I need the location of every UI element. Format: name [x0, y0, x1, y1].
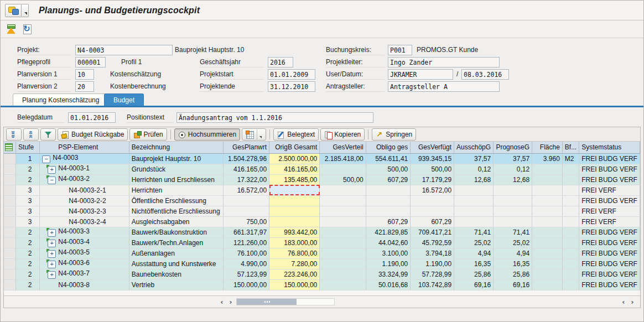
- pflegeprofil-field[interactable]: [75, 57, 106, 67]
- grid-select-all-header[interactable]: [4, 142, 16, 153]
- hierarchy-collapse-icon[interactable]: −: [48, 176, 56, 184]
- log-display-icon[interactable]: [6, 24, 17, 35]
- origb-gesamt-cell[interactable]: 7.280,00: [269, 258, 320, 269]
- table-row[interactable]: 2+N4-0003-3Bauwerk/Baukonstruktion661.31…: [4, 227, 640, 237]
- row-selector[interactable]: [4, 227, 16, 237]
- column-header-gesverfuegt[interactable]: GesVerfügt: [411, 142, 454, 153]
- hscrollbar-track[interactable]: [236, 298, 335, 305]
- row-selector[interactable]: [4, 248, 16, 258]
- datum-field[interactable]: [461, 69, 509, 80]
- column-header-prognoseg[interactable]: PrognoseG: [494, 142, 532, 153]
- positionstext-field[interactable]: [176, 112, 373, 123]
- origb-gesamt-cell[interactable]: [269, 195, 320, 206]
- table-row[interactable]: 2+N4-0003-6Ausstattung und Kunstwerke4.9…: [4, 258, 640, 269]
- refresh-icon[interactable]: [22, 24, 33, 35]
- belegdatum-field[interactable]: [68, 112, 116, 123]
- row-selector[interactable]: [4, 216, 16, 227]
- projekt-field[interactable]: [75, 45, 173, 55]
- table-row[interactable]: 2+N4-0003-4Bauwerk/Techn.Anlagen121.260,…: [4, 237, 640, 248]
- table-row[interactable]: 2N4-0003-8Vertrieb150.000,00150.000,0050…: [4, 279, 640, 290]
- origb-gesamt-cell[interactable]: 150.000,00: [269, 279, 320, 290]
- origb-gesamt-cell[interactable]: [269, 206, 320, 216]
- column-header-gesplanwrt[interactable]: GesPlanwrt: [223, 142, 269, 153]
- planversion2-field[interactable]: [75, 81, 94, 92]
- table-row[interactable]: 2−N4-0003-2Herrichten und Erschliessen17…: [4, 174, 640, 185]
- gui-menu-dropdown-button[interactable]: [22, 4, 29, 17]
- hscrollbar-thumb[interactable]: [237, 299, 297, 305]
- table-row[interactable]: 3N4-0003-2-1Herrichten16.572,0016.572,00…: [4, 185, 640, 195]
- column-header-gesverteil[interactable]: GesVerteil: [320, 142, 366, 153]
- dropdown-arrow-icon[interactable]: [257, 129, 262, 139]
- column-header-bez[interactable]: Bezeichnung: [129, 142, 223, 153]
- origb-gesamt-cell[interactable]: [269, 216, 320, 227]
- table-row[interactable]: 2+N4-0003-1Grundstück416.165,00416.165,0…: [4, 164, 640, 174]
- origb-gesamt-cell[interactable]: 135.485,00: [269, 174, 320, 185]
- row-selector[interactable]: [4, 237, 16, 248]
- planversion1-field[interactable]: [75, 69, 94, 80]
- kopieren-button[interactable]: Kopieren: [320, 128, 365, 141]
- hierarchy-expand-icon[interactable]: +: [48, 229, 56, 237]
- springen-button[interactable]: Springen: [372, 128, 416, 141]
- origb-gesamt-cell[interactable]: [269, 185, 320, 195]
- row-selector[interactable]: [4, 153, 16, 164]
- projektende-field[interactable]: [268, 81, 315, 92]
- table-row[interactable]: 3N4-0003-2-4Ausgleichsabgaben750,00607,2…: [4, 216, 640, 227]
- column-header-origb[interactable]: OrigB Gesamt: [269, 142, 320, 153]
- projektleiter-field[interactable]: [388, 57, 500, 67]
- prognoseg-cell: [494, 195, 532, 206]
- origb-gesamt-cell[interactable]: 2.500.000,00: [269, 153, 320, 164]
- collapse-all-button[interactable]: [23, 128, 39, 141]
- scroll-left-button[interactable]: ‹: [217, 298, 226, 307]
- gui-menu-button[interactable]: [5, 4, 22, 17]
- column-header-ausschoepg[interactable]: AusschöpG: [454, 142, 494, 153]
- stufe-cell: 2: [16, 164, 40, 174]
- hierarchy-expand-icon[interactable]: +: [48, 250, 56, 258]
- row-selector[interactable]: [4, 174, 16, 185]
- row-selector[interactable]: [4, 185, 16, 195]
- column-header-stufe[interactable]: Stufe: [16, 142, 40, 153]
- row-selector[interactable]: [4, 279, 16, 290]
- scroll-left-button-2[interactable]: ‹: [619, 298, 628, 307]
- hochsummieren-button[interactable]: Hochsummieren: [174, 128, 240, 141]
- belegtext-button[interactable]: Belegtext: [273, 128, 319, 141]
- tab-budget[interactable]: Budget: [104, 94, 144, 106]
- table-row[interactable]: 2+N4-0003-7Baunebenkosten57.123,99223.24…: [4, 269, 640, 279]
- hierarchy-expand-icon[interactable]: +: [48, 240, 56, 247]
- origb-gesamt-cell[interactable]: 416.165,00: [269, 164, 320, 174]
- projektstart-field[interactable]: [268, 69, 315, 80]
- layout-button[interactable]: [242, 128, 266, 141]
- pruefen-button[interactable]: Prüfen: [129, 128, 167, 141]
- geschaeftsjahr-field[interactable]: [268, 57, 293, 67]
- origb-gesamt-cell[interactable]: 993.442,00: [269, 227, 320, 237]
- expand-all-button[interactable]: [6, 128, 22, 141]
- origb-gesamt-cell[interactable]: 223.246,00: [269, 269, 320, 279]
- user-field[interactable]: [388, 69, 453, 80]
- column-header-bf[interactable]: Bf...: [562, 142, 579, 153]
- table-row[interactable]: 1−N4-0003Bauprojekt Hauptstr. 101.504.27…: [4, 153, 640, 164]
- origb-gesamt-cell[interactable]: 183.000,00: [269, 237, 320, 248]
- row-selector[interactable]: [4, 269, 16, 279]
- column-header-status[interactable]: Systemstatus: [579, 142, 640, 153]
- table-row[interactable]: 3N4-0003-2-2Öffentliche ErschliessungFRE…: [4, 195, 640, 206]
- row-selector[interactable]: [4, 258, 16, 269]
- origb-gesamt-cell[interactable]: 76.800,00: [269, 248, 320, 258]
- tab-planung-kostenschaetzung[interactable]: Planung Kostenschätzung: [13, 94, 108, 106]
- budget-rueckgabe-button[interactable]: Budget Rückgabe: [58, 128, 128, 141]
- scroll-right-button-2[interactable]: ›: [628, 298, 637, 307]
- row-selector[interactable]: [4, 206, 16, 216]
- filter-button[interactable]: [40, 128, 56, 141]
- row-selector[interactable]: [4, 164, 16, 174]
- hierarchy-expand-icon[interactable]: +: [48, 271, 56, 279]
- column-header-flaeche[interactable]: Fläche: [532, 142, 563, 153]
- hierarchy-expand-icon[interactable]: +: [48, 261, 56, 268]
- table-row[interactable]: 2+N4-0003-5Außenanlagen76.100,0076.800,0…: [4, 248, 640, 258]
- hierarchy-collapse-icon[interactable]: −: [42, 155, 50, 163]
- table-row[interactable]: 3N4-0003-2-3Nichtöffentliche Erschliessu…: [4, 206, 640, 216]
- buchungskreis-field[interactable]: [388, 45, 412, 55]
- antragsteller-field[interactable]: [388, 81, 500, 92]
- column-header-psp[interactable]: PSP-Element: [40, 142, 129, 153]
- column-header-obligo[interactable]: Obligo ges: [366, 142, 411, 153]
- row-selector[interactable]: [4, 195, 16, 206]
- scroll-right-button[interactable]: ›: [226, 298, 235, 307]
- hierarchy-expand-icon[interactable]: +: [48, 166, 56, 174]
